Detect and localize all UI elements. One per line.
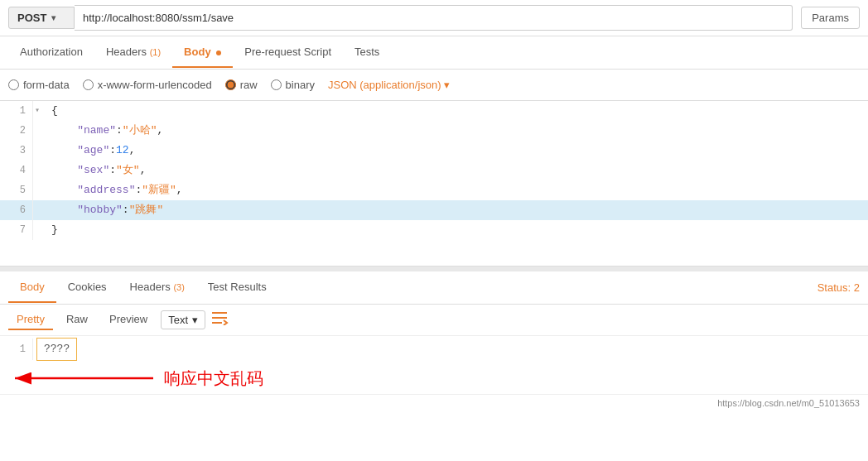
resp-tab-cookies[interactable]: Cookies	[56, 272, 118, 303]
headers-resp-badge: (3)	[173, 282, 184, 292]
code-editor[interactable]: 1 ▾ { 2 "name":"小哈", 3 "age":12, 4	[0, 101, 868, 267]
tab-authorization[interactable]: Authorization	[8, 37, 94, 68]
view-tab-pretty[interactable]: Pretty	[8, 310, 53, 330]
text-type-select[interactable]: Text ▾	[161, 310, 205, 329]
tab-pre-request[interactable]: Pre-request Script	[233, 37, 343, 68]
resp-tab-headers[interactable]: Headers (3)	[118, 272, 196, 303]
main-container: POST ▾ Params Authorization Headers (1) …	[0, 0, 868, 461]
annotation-text: 响应中文乱码	[164, 367, 263, 390]
resp-tab-test-results[interactable]: Test Results	[196, 272, 278, 303]
code-line-5: 5 "address":"新疆",	[0, 180, 868, 200]
code-line-6: 6 "hobby":"跳舞"	[0, 200, 868, 220]
tab-body[interactable]: Body	[172, 37, 233, 68]
radio-raw[interactable]: raw	[225, 79, 258, 91]
footer-link[interactable]: https://blog.csdn.net/m0_51013653	[717, 398, 860, 408]
response-body: 1 ????	[0, 336, 868, 363]
top-section: POST ▾ Params Authorization Headers (1) …	[0, 0, 868, 267]
red-arrow-icon	[8, 366, 157, 391]
code-line-4: 4 "sex":"女",	[0, 161, 868, 180]
view-tab-raw[interactable]: Raw	[58, 310, 96, 330]
view-tab-preview[interactable]: Preview	[101, 310, 156, 330]
tab-tests[interactable]: Tests	[343, 37, 391, 68]
resp-line-1: 1 ????	[0, 336, 868, 363]
resp-tab-body[interactable]: Body	[8, 272, 56, 303]
response-section: Body Cookies Headers (3) Test Results St…	[0, 267, 868, 461]
view-bar: Pretty Raw Preview Text ▾	[0, 305, 868, 336]
code-line-7: 7 }	[0, 220, 868, 240]
method-label: POST	[17, 12, 46, 24]
footer-bar: https://blog.csdn.net/m0_51013653	[0, 394, 868, 411]
params-button[interactable]: Params	[801, 7, 860, 29]
annotation-row: 响应中文乱码	[0, 363, 868, 394]
url-input[interactable]	[75, 5, 793, 31]
resp-content: ????	[36, 338, 77, 361]
request-tabs: Authorization Headers (1) Body Pre-reque…	[0, 36, 868, 70]
code-line-1: 1 ▾ {	[0, 101, 868, 121]
wrap-icon[interactable]	[210, 310, 229, 329]
tab-headers[interactable]: Headers (1)	[94, 37, 172, 68]
top-bar: POST ▾ Params	[0, 0, 868, 36]
radio-binary[interactable]: binary	[271, 79, 315, 91]
method-chevron: ▾	[51, 13, 55, 22]
response-tabs-bar: Body Cookies Headers (3) Test Results St…	[0, 271, 868, 305]
radio-form-data[interactable]: form-data	[8, 79, 70, 91]
headers-badge: (1)	[150, 47, 161, 57]
radio-urlencoded[interactable]: x-www-form-urlencoded	[83, 79, 212, 91]
status-label: Status: 2	[817, 281, 860, 294]
body-dot	[216, 50, 221, 55]
body-type-bar: form-data x-www-form-urlencoded raw bina…	[0, 70, 868, 101]
json-type-select[interactable]: JSON (application/json) ▾	[328, 79, 450, 91]
arrow-container: 响应中文乱码	[8, 366, 263, 391]
code-line-2: 2 "name":"小哈",	[0, 121, 868, 141]
method-select[interactable]: POST ▾	[8, 7, 75, 29]
code-line-3: 3 "age":12,	[0, 141, 868, 161]
